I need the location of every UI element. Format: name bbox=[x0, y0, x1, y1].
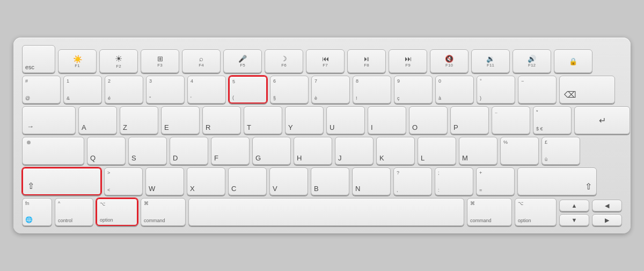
key-d-label: D bbox=[173, 154, 178, 162]
caps-dot-icon bbox=[27, 141, 31, 144]
key-option-right-bottom: option bbox=[518, 218, 531, 223]
key-f10[interactable]: 🔇 F10 bbox=[430, 49, 469, 73]
key-9[interactable]: 9 ç bbox=[394, 76, 433, 104]
key-c[interactable]: C bbox=[228, 167, 267, 195]
key-z-label: Z bbox=[123, 123, 127, 131]
key-option-left[interactable]: ⌥ option bbox=[96, 198, 138, 226]
key-at-hash[interactable]: # @ bbox=[22, 76, 61, 104]
key-period[interactable]: ; : bbox=[435, 167, 473, 195]
key-command-right[interactable]: ⌘ command bbox=[467, 198, 512, 226]
key-2-bottom: é bbox=[108, 96, 111, 101]
key-u[interactable]: U bbox=[326, 106, 365, 134]
key-arrow-right[interactable]: ▶ bbox=[592, 214, 622, 226]
key-esc[interactable]: esc bbox=[22, 45, 55, 73]
key-option-right[interactable]: ⌥ option bbox=[515, 198, 557, 226]
key-4[interactable]: 4 ' bbox=[187, 76, 226, 104]
key-fn[interactable]: fn 🌐 bbox=[22, 198, 52, 226]
key-f3[interactable]: ⊞ F3 bbox=[141, 49, 179, 73]
key-degree[interactable]: ° ) bbox=[477, 76, 515, 104]
key-question-top: ? bbox=[397, 170, 399, 175]
key-p-label: P bbox=[453, 123, 458, 131]
key-2[interactable]: 2 é bbox=[105, 76, 143, 104]
key-arrow-left[interactable]: ◀ bbox=[592, 200, 622, 211]
key-z[interactable]: Z bbox=[120, 106, 158, 134]
key-1[interactable]: 1 & bbox=[63, 76, 102, 104]
key-f4[interactable]: ⌕ F4 bbox=[182, 49, 221, 73]
key-slash[interactable]: + = bbox=[476, 167, 515, 195]
key-w[interactable]: W bbox=[145, 167, 184, 195]
key-f11[interactable]: 🔉 F11 bbox=[471, 49, 510, 73]
key-h[interactable]: H bbox=[294, 137, 332, 165]
key-y-label: Y bbox=[288, 123, 293, 131]
key-5[interactable]: 5 ( bbox=[229, 76, 267, 104]
key-6-bottom: § bbox=[273, 96, 276, 101]
key-y[interactable]: Y bbox=[285, 106, 324, 134]
key-l[interactable]: L bbox=[418, 137, 456, 165]
key-shift-right[interactable]: ⇧ bbox=[517, 167, 597, 195]
key-c-label: C bbox=[231, 185, 236, 193]
key-caret[interactable]: .. bbox=[492, 106, 530, 134]
key-7-top: 7 bbox=[314, 78, 317, 84]
key-pound[interactable]: £ ù bbox=[541, 137, 580, 165]
key-f11-label: F11 bbox=[487, 63, 494, 68]
key-caps[interactable] bbox=[22, 137, 84, 165]
key-angle-top: > bbox=[107, 170, 110, 175]
key-g[interactable]: G bbox=[252, 137, 291, 165]
key-f5[interactable]: 🎤 F5 bbox=[223, 49, 262, 73]
key-n[interactable]: N bbox=[352, 167, 391, 195]
key-m[interactable]: M bbox=[459, 137, 497, 165]
key-x[interactable]: X bbox=[187, 167, 225, 195]
key-angle-bottom: < bbox=[107, 187, 110, 193]
key-0[interactable]: 0 à bbox=[435, 76, 474, 104]
key-enter[interactable]: ↵ bbox=[574, 106, 630, 134]
key-backspace[interactable]: ⌫ bbox=[559, 76, 615, 104]
key-f6[interactable]: ☽ F6 bbox=[265, 49, 303, 73]
key-question[interactable]: ? , bbox=[393, 167, 432, 195]
home-row: Q S D F G H J K L M % bbox=[22, 137, 622, 165]
key-space[interactable] bbox=[188, 198, 464, 226]
key-2-top: 2 bbox=[108, 78, 111, 84]
key-v[interactable]: V bbox=[269, 167, 308, 195]
key-f2[interactable]: ☀ F2 bbox=[99, 49, 138, 73]
key-f9[interactable]: ⏭ F9 bbox=[389, 49, 427, 73]
key-dollar[interactable]: * $ € bbox=[533, 106, 572, 134]
key-8[interactable]: 8 ! bbox=[353, 76, 391, 104]
key-tab[interactable]: → bbox=[22, 106, 76, 134]
key-r[interactable]: R bbox=[202, 106, 241, 134]
key-percent[interactable]: % bbox=[500, 137, 539, 165]
key-d[interactable]: D bbox=[170, 137, 208, 165]
key-8-top: 8 bbox=[356, 78, 358, 84]
key-angle[interactable]: > < bbox=[104, 167, 143, 195]
key-plus[interactable]: − bbox=[518, 76, 557, 104]
key-a[interactable]: A bbox=[78, 106, 117, 134]
key-f1[interactable]: ☀️ F1 bbox=[58, 49, 97, 73]
key-command-left[interactable]: ⌘ command bbox=[141, 198, 186, 226]
key-slash-bottom: = bbox=[479, 187, 482, 193]
key-control[interactable]: ^ control bbox=[55, 198, 93, 226]
key-shift-left[interactable]: ⇧ bbox=[22, 167, 101, 195]
key-j[interactable]: J bbox=[335, 137, 374, 165]
key-arrow-up[interactable]: ▲ bbox=[559, 200, 589, 211]
key-3[interactable]: 3 " bbox=[146, 76, 185, 104]
backspace-icon: ⌫ bbox=[564, 90, 576, 100]
key-b[interactable]: B bbox=[311, 167, 349, 195]
key-f12[interactable]: 🔊 F12 bbox=[513, 49, 551, 73]
key-k[interactable]: K bbox=[376, 137, 415, 165]
key-dollar-top: * bbox=[536, 109, 538, 114]
key-f7[interactable]: ⏮ F7 bbox=[306, 49, 345, 73]
key-6[interactable]: 6 § bbox=[270, 76, 309, 104]
key-s[interactable]: S bbox=[128, 137, 167, 165]
key-u-label: U bbox=[330, 123, 334, 131]
key-i[interactable]: I bbox=[368, 106, 406, 134]
key-o[interactable]: O bbox=[409, 106, 448, 134]
key-e[interactable]: E bbox=[161, 106, 200, 134]
key-q[interactable]: Q bbox=[87, 137, 126, 165]
key-lock[interactable]: 🔒 bbox=[554, 49, 592, 73]
key-7[interactable]: 7 è bbox=[311, 76, 350, 104]
key-f[interactable]: F bbox=[211, 137, 250, 165]
key-arrow-down[interactable]: ▼ bbox=[559, 214, 589, 226]
key-f8[interactable]: ⏯ F8 bbox=[347, 49, 386, 73]
key-t[interactable]: T bbox=[244, 106, 282, 134]
key-l-label: L bbox=[421, 154, 425, 162]
key-p[interactable]: P bbox=[450, 106, 489, 134]
